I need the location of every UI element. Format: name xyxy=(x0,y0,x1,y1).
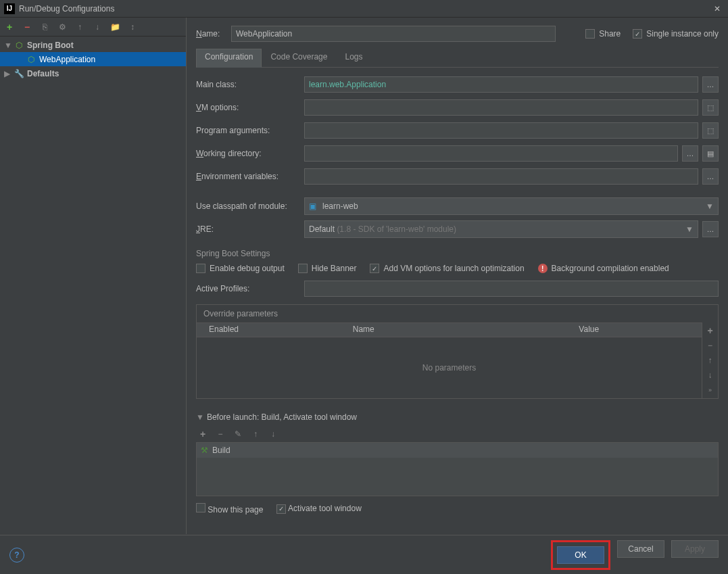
hide-banner-checkbox[interactable] xyxy=(298,264,308,273)
bottom-bar: ? OK Cancel Apply xyxy=(0,535,728,574)
program-args-input[interactable] xyxy=(304,122,698,139)
working-dir-label: Working directory: xyxy=(196,149,304,158)
classpath-value: learn-web xyxy=(322,201,706,211)
program-args-label: Program arguments: xyxy=(196,126,304,135)
app-icon: IJ xyxy=(4,3,15,14)
spring-settings-label: Spring Boot Settings xyxy=(196,249,719,258)
active-profiles-label: Active Profiles: xyxy=(196,284,304,293)
up-icon[interactable]: ↑ xyxy=(74,22,85,32)
wrench-icon: 🔧 xyxy=(14,68,24,79)
tree-node-spring-boot[interactable]: ▼ ⬡ Spring Boot xyxy=(0,38,186,52)
classpath-dropdown[interactable]: ▣ learn-web ▼ xyxy=(304,197,719,215)
share-checkbox[interactable] xyxy=(585,29,595,39)
classpath-label: Use classpath of module: xyxy=(196,201,304,211)
browse-dir-button[interactable]: … xyxy=(682,145,698,162)
more-param-icon[interactable]: » xyxy=(705,385,716,396)
tree-label: Defaults xyxy=(27,69,59,78)
edit-task-icon[interactable]: ✎ xyxy=(233,429,243,439)
apply-button[interactable]: Apply xyxy=(671,540,719,558)
remove-task-icon[interactable]: − xyxy=(215,429,226,439)
jre-dropdown[interactable]: Default (1.8 - SDK of 'learn-web' module… xyxy=(304,220,698,238)
chevron-down-icon: ▼ xyxy=(706,201,714,211)
window-title: Run/Debug Configurations xyxy=(19,4,710,14)
env-vars-label: Environment variables: xyxy=(196,172,304,181)
active-profiles-input[interactable] xyxy=(304,281,719,297)
tab-configuration[interactable]: Configuration xyxy=(196,49,262,68)
vm-options-input[interactable] xyxy=(304,99,698,116)
show-page-checkbox[interactable] xyxy=(196,503,205,512)
close-icon[interactable]: ✕ xyxy=(710,2,724,16)
bg-compile-label: Background compilation enabled xyxy=(552,264,669,273)
titlebar: IJ Run/Debug Configurations ✕ xyxy=(0,0,728,18)
activate-tool-checkbox[interactable] xyxy=(276,504,286,514)
build-icon: ⚒ xyxy=(201,446,208,455)
enable-debug-checkbox[interactable] xyxy=(196,264,205,273)
remove-config-icon[interactable]: − xyxy=(22,22,32,32)
col-name: Name xyxy=(251,323,477,337)
ok-button[interactable]: OK xyxy=(557,546,604,564)
sort-icon[interactable]: ↕ xyxy=(127,22,138,32)
before-launch-section: ▼ Before launch: Build, Activate tool wi… xyxy=(196,412,719,515)
single-instance-checkbox[interactable] xyxy=(633,29,642,39)
override-box: Override parameters Enabled Name Value N… xyxy=(196,304,719,399)
env-vars-input[interactable] xyxy=(304,168,698,185)
remove-param-icon[interactable]: − xyxy=(705,340,716,351)
tab-code-coverage[interactable]: Code Coverage xyxy=(262,49,336,67)
cancel-button[interactable]: Cancel xyxy=(617,540,664,558)
config-tree: ▼ ⬡ Spring Boot ⬡ WebApplication ▶ 🔧 Def… xyxy=(0,37,186,534)
single-instance-label: Single instance only xyxy=(646,29,719,39)
spring-icon: ⬡ xyxy=(14,40,24,51)
col-enabled: Enabled xyxy=(197,323,251,337)
folder-icon[interactable]: 📁 xyxy=(110,22,120,32)
module-icon: ▣ xyxy=(309,201,320,211)
jre-value: Default (1.8 - SDK of 'learn-web' module… xyxy=(309,224,685,234)
working-dir-input[interactable] xyxy=(304,145,678,162)
main-class-input[interactable]: learn.web.Application xyxy=(304,76,698,93)
name-label: Name: xyxy=(196,29,231,39)
help-icon[interactable]: ? xyxy=(9,548,24,563)
name-input[interactable] xyxy=(231,26,556,42)
down-icon[interactable]: ↓ xyxy=(92,22,103,32)
expand-vm-button[interactable]: ⬚ xyxy=(702,99,719,116)
add-task-icon[interactable]: + xyxy=(197,429,208,439)
list-item[interactable]: ⚒ Build xyxy=(197,443,718,458)
before-launch-header[interactable]: ▼ Before launch: Build, Activate tool wi… xyxy=(196,412,719,422)
add-vm-checkbox[interactable] xyxy=(370,264,379,273)
down-task-icon[interactable]: ↓ xyxy=(268,429,278,439)
down-param-icon[interactable]: ↓ xyxy=(705,370,716,381)
override-label: Override parameters xyxy=(197,305,718,322)
before-launch-list: ⚒ Build xyxy=(196,442,719,496)
add-config-icon[interactable]: + xyxy=(4,22,15,32)
up-param-icon[interactable]: ↑ xyxy=(705,355,716,366)
browse-main-class-button[interactable]: … xyxy=(702,76,719,93)
expander-icon[interactable]: ▶ xyxy=(4,69,12,78)
settings-icon[interactable]: ⚙ xyxy=(57,22,68,32)
content-pane: Name: Share Single instance only Configu… xyxy=(187,18,728,534)
expander-icon[interactable]: ▼ xyxy=(4,41,12,50)
edit-env-button[interactable]: … xyxy=(702,168,719,185)
show-page-label: Show this page xyxy=(208,505,263,515)
expand-args-button[interactable]: ⬚ xyxy=(702,122,719,139)
col-value: Value xyxy=(477,323,702,337)
spring-icon: ⬡ xyxy=(26,54,37,65)
override-table-header: Enabled Name Value xyxy=(197,322,702,337)
warning-icon: ! xyxy=(538,264,548,273)
tabs: Configuration Code Coverage Logs xyxy=(196,49,719,68)
copy-config-icon[interactable]: ⎘ xyxy=(39,22,50,32)
build-label: Build xyxy=(212,446,230,455)
before-launch-label: Before launch: Build, Activate tool wind… xyxy=(207,412,357,422)
tab-logs[interactable]: Logs xyxy=(336,49,371,67)
vm-options-label: VM options: xyxy=(196,103,304,112)
ok-highlight-box: OK xyxy=(551,540,610,570)
vars-dir-button[interactable]: ▤ xyxy=(702,145,719,162)
share-label: Share xyxy=(599,29,621,39)
activate-tool-label: Activate tool window xyxy=(288,504,362,513)
add-vm-label: Add VM options for launch optimization xyxy=(383,264,524,273)
tree-node-webapplication[interactable]: ⬡ WebApplication xyxy=(0,52,186,66)
up-task-icon[interactable]: ↑ xyxy=(250,429,261,439)
sidebar: + − ⎘ ⚙ ↑ ↓ 📁 ↕ ▼ ⬡ Spring Boot ⬡ WebApp… xyxy=(0,18,187,534)
main-class-label: Main class: xyxy=(196,80,304,89)
add-param-icon[interactable]: + xyxy=(705,325,716,336)
browse-jre-button[interactable]: … xyxy=(702,221,719,237)
tree-node-defaults[interactable]: ▶ 🔧 Defaults xyxy=(0,66,186,80)
